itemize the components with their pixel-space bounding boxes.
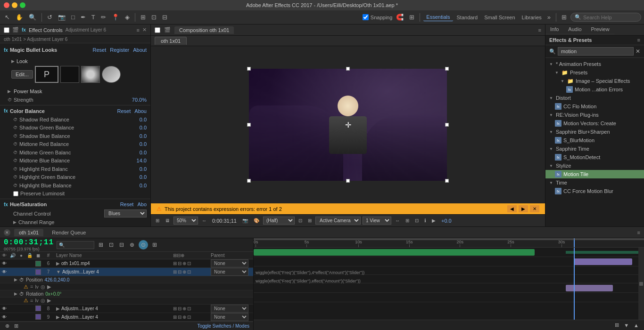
layer-vis-7[interactable]: 👁 [0, 269, 8, 274]
magic-bullet-reset[interactable]: Reset [93, 47, 107, 53]
toolbar-brush-tool[interactable]: ✏ [99, 13, 108, 22]
rotation-value[interactable]: 0x+0.0° [45, 291, 61, 297]
handle-br[interactable] [445, 179, 449, 183]
look-thumb-3[interactable] [81, 66, 100, 83]
toolbar-pen-tool[interactable]: ✒ [79, 13, 88, 22]
comp-info-btn[interactable]: ℹ [422, 217, 428, 224]
timeline-tool-5[interactable]: ⊙ [139, 240, 148, 250]
comp-region-btn[interactable]: ⊡ [297, 217, 304, 224]
clip-6[interactable] [254, 249, 535, 256]
strength-value[interactable]: 70.0% [128, 97, 147, 103]
close-button[interactable] [4, 2, 9, 8]
workspace-essentials[interactable]: Essentials [423, 13, 453, 21]
comp-menu[interactable]: ≡ [538, 27, 541, 33]
effects-presets-menu[interactable]: ≡ [637, 37, 640, 43]
comp-tab[interactable]: Composition oth 1x01 [174, 26, 234, 34]
toolbar-pin-tool[interactable]: 📍 [110, 13, 121, 22]
highlight-blue-value[interactable]: 0.0 [128, 183, 147, 188]
timeline-tool-1[interactable]: ⊞ [97, 241, 105, 249]
maximize-button[interactable] [20, 2, 25, 8]
tree-image-special-effects[interactable]: ▼ 📁 Image – Special Effects [545, 77, 644, 85]
tree-cc-force-motion[interactable]: fx CC Force Motion Blur [545, 187, 644, 195]
magic-bullet-about[interactable]: About [133, 47, 147, 53]
toolbar-select-tool[interactable]: ↖ [3, 13, 12, 22]
tree-motion-tile[interactable]: fx Motion Tile [545, 170, 644, 178]
timeline-menu[interactable]: ≡ [637, 230, 640, 235]
shadow-blue-value[interactable]: 0.0 [128, 133, 147, 139]
handle-tm[interactable] [346, 67, 350, 71]
timeline-tool-4[interactable]: ⊕ [128, 241, 136, 249]
search-input[interactable] [583, 15, 640, 20]
tree-sapphire-time[interactable]: ▼ Sapphire Time [545, 145, 644, 153]
highlight-green-value[interactable]: 0.0 [128, 174, 147, 180]
tree-s-blur-motion[interactable]: fx S_BlurMotion [545, 136, 644, 145]
channel-control-select[interactable]: Blues Master Reds Yellows Greens Cyans M… [104, 209, 147, 217]
effects-search-clear[interactable]: ✕ [636, 48, 640, 55]
quality-select[interactable]: (Half) (Full) (Quarter) [263, 217, 295, 225]
footer-btn-2[interactable]: ⊞ [13, 322, 20, 330]
audio-tab[interactable]: Audio [563, 24, 586, 34]
position-value[interactable]: 426.0,240.0 [45, 277, 70, 282]
comp-viewport[interactable]: ✛ [151, 46, 545, 203]
comp-3d-btn[interactable]: ⊞ [306, 217, 314, 224]
shadow-green-value[interactable]: 0.0 [128, 125, 147, 130]
look-edit-btn[interactable]: Edit... [11, 70, 33, 79]
error-prev-btn[interactable]: ◀ [507, 205, 517, 212]
timeline-tool-3[interactable]: ⊟ [118, 241, 125, 249]
timeline-close[interactable]: ✕ [4, 229, 10, 236]
clip-8[interactable] [566, 285, 612, 291]
toolbar-text-tool[interactable]: T [90, 13, 97, 22]
color-balance-reset[interactable]: Reset [117, 108, 131, 114]
render-queue-tab[interactable]: Render Queue [47, 229, 91, 236]
info-tab[interactable]: Info [545, 24, 563, 34]
preserve-luminosity-checkbox[interactable] [13, 191, 18, 196]
toolbar-extra-1[interactable]: ⊞ [139, 13, 148, 22]
clip-7[interactable] [574, 258, 632, 265]
toolbar-shape-tool[interactable]: □ [69, 13, 77, 22]
error-next-btn[interactable]: ▶ [519, 205, 528, 212]
footer-right-btn-2[interactable]: ▼ [622, 322, 630, 329]
parent-select-7[interactable]: None [211, 268, 248, 276]
snapping-magnet[interactable]: 🧲 [394, 13, 405, 22]
timeline-tab[interactable]: oth 1x01 [14, 229, 43, 236]
layer-name-7[interactable]: ▼ Adjustm...Layer 4 [54, 269, 173, 274]
look-thumb-4[interactable] [102, 66, 121, 83]
handle-tl[interactable] [247, 67, 251, 71]
layer-name-8[interactable]: ▶ Adjustm...Layer 4 [54, 306, 173, 311]
view-select[interactable]: 1 View 2 Views 4 Views [363, 217, 391, 225]
toolbar-zoom-tool[interactable]: 🔍 [27, 13, 38, 22]
tree-distort[interactable]: ▼ Distort [545, 94, 644, 102]
tree-stylize[interactable]: ▼ Stylize [545, 161, 644, 170]
parent-select-6[interactable]: None [211, 259, 248, 267]
look-thumb-1[interactable]: P [35, 66, 58, 83]
comp-snap-btn[interactable]: ↔ [393, 217, 402, 224]
handle-bl[interactable] [247, 179, 251, 183]
toolbar-camera-tool[interactable]: 📷 [56, 13, 67, 22]
comp-motion-btn[interactable]: ⊡ [413, 217, 421, 224]
toolbar-extra-2[interactable]: ⊡ [149, 13, 158, 22]
snapping-checkbox[interactable] [363, 14, 369, 20]
comp-render-btn[interactable]: ⊞ [404, 217, 411, 224]
layer-name-6[interactable]: ▶ oth 1x01.mp4 [54, 261, 173, 266]
footer-btn-1[interactable]: ⊕ [4, 322, 11, 330]
comp-fit-btn[interactable]: ↔ [200, 217, 208, 224]
highlight-red-value[interactable]: 0.0 [128, 166, 147, 172]
tree-s-motion-detect[interactable]: fx S_MotionDetect [545, 153, 644, 161]
magic-bullet-register[interactable]: Register [110, 47, 129, 53]
layer-vis-6[interactable]: 👁 [0, 261, 8, 266]
layer-vis-8[interactable]: 👁 [0, 306, 8, 311]
tree-cc-flo-motion[interactable]: fx CC Flo Motion [545, 102, 644, 111]
workspace-more[interactable]: » [545, 13, 553, 22]
preview-tab[interactable]: Preview [586, 24, 614, 34]
effects-search-input[interactable] [558, 47, 634, 56]
minimize-button[interactable] [12, 2, 17, 8]
tree-motion-vectors[interactable]: fx Motion Vectors: Create [545, 119, 644, 128]
workspace-standard[interactable]: Standard [454, 14, 481, 21]
tree-motion-errors[interactable]: fx Motion ...ation Errors [545, 85, 644, 94]
tree-animation-presets[interactable]: ▼ * Animation Presets [545, 60, 644, 68]
layer-row-6[interactable]: 👁 6 ▶ oth 1x01.mp4 ⊞⊟⊕⊡ None [0, 259, 253, 268]
comp-camera-btn[interactable]: 📷 [240, 217, 250, 224]
toggle-modes-label[interactable]: Toggle Switches / Modes [197, 323, 249, 329]
toolbar-hand-tool[interactable]: ✋ [14, 13, 25, 22]
panel-close[interactable]: ✕ [142, 27, 147, 33]
